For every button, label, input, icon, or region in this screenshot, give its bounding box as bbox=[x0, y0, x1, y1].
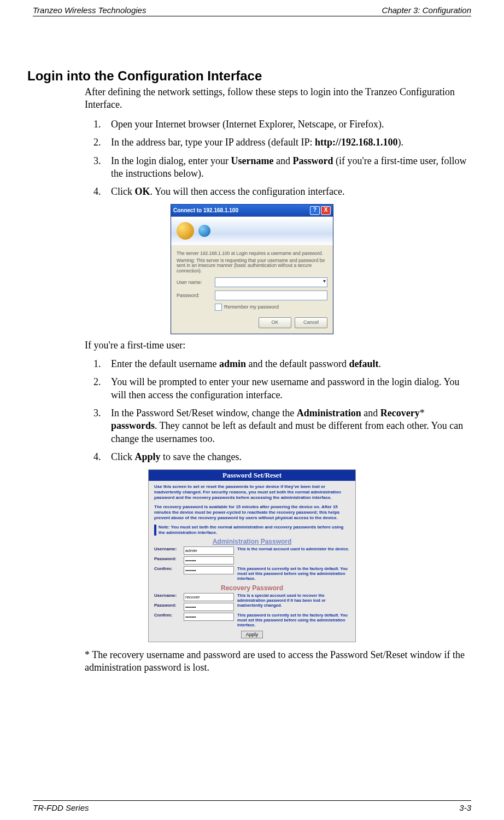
login-dialog: Connect to 192.168.1.100 ? X The server … bbox=[171, 204, 333, 334]
list-item: In the login dialog, enter your Username… bbox=[103, 155, 471, 181]
recovery-password-input[interactable]: ••••••• bbox=[184, 603, 234, 611]
pwreset-description: Use this screen to set or reset the pass… bbox=[154, 484, 350, 501]
username-label: Username: bbox=[154, 546, 184, 551]
list-item: Open your Internet browser (Internet Exp… bbox=[103, 118, 471, 131]
list-item: In the address bar, type your IP address… bbox=[103, 136, 471, 149]
password-label: Password: bbox=[154, 556, 184, 561]
list-item: In the Password Set/Reset window, change… bbox=[103, 407, 471, 445]
page-footer: TR-FDD Series 3-3 bbox=[33, 800, 471, 812]
dialog-titlebar: Connect to 192.168.1.100 ? X bbox=[171, 205, 333, 217]
pwreset-note: Note: You must set both the normal admin… bbox=[159, 525, 350, 536]
admin-username-input[interactable]: admin bbox=[184, 546, 234, 555]
apply-button[interactable]: Apply bbox=[241, 631, 263, 638]
dialog-message: The server 192.168.1.100 at Login requir… bbox=[177, 251, 327, 257]
header-left: Tranzeo Wireless Technologies bbox=[33, 5, 146, 15]
list-item: You will be prompted to enter your new u… bbox=[103, 376, 471, 402]
list-item: Click OK. You will then access the confi… bbox=[103, 185, 471, 198]
password-reset-dialog: Password Set/Reset Use this screen to se… bbox=[148, 469, 356, 642]
recovery-help-text: This password is currently set to the fa… bbox=[237, 613, 350, 627]
footer-right: 3-3 bbox=[459, 803, 471, 812]
close-icon[interactable]: X bbox=[321, 206, 331, 215]
list-item: Enter the default username admin and the… bbox=[103, 358, 471, 370]
pwreset-description: The recovery password is available for 1… bbox=[154, 504, 350, 521]
recovery-help-text: This is a special account used to recove… bbox=[237, 593, 350, 608]
password-input[interactable] bbox=[215, 290, 327, 300]
username-input[interactable] bbox=[215, 277, 327, 287]
help-icon[interactable]: ? bbox=[310, 206, 320, 215]
footer-left: TR-FDD Series bbox=[33, 803, 89, 812]
section-title: Login into the Configuration Interface bbox=[27, 68, 471, 84]
page-header: Tranzeo Wireless Technologies Chapter 3:… bbox=[33, 5, 471, 16]
remember-checkbox[interactable] bbox=[215, 304, 222, 311]
header-right: Chapter 3: Configuration bbox=[382, 5, 471, 15]
admin-password-heading: Administration Password bbox=[149, 538, 355, 545]
ok-button[interactable]: OK bbox=[259, 317, 291, 328]
dialog-banner bbox=[171, 217, 333, 245]
globe-icon bbox=[198, 225, 210, 237]
remember-label: Remember my password bbox=[224, 304, 279, 310]
keys-icon bbox=[177, 222, 194, 240]
confirm-label: Confirm: bbox=[154, 613, 184, 618]
dialog-title: Connect to 192.168.1.100 bbox=[173, 207, 309, 213]
recovery-username-input[interactable]: recover bbox=[184, 593, 234, 601]
intro-paragraph: After defining the network settings, fol… bbox=[85, 86, 471, 112]
admin-help-text: This is the normal account used to admin… bbox=[237, 546, 350, 551]
username-label: User name: bbox=[177, 280, 215, 285]
pwreset-title: Password Set/Reset bbox=[149, 470, 355, 481]
recovery-confirm-input[interactable]: ••••••• bbox=[184, 613, 234, 621]
password-label: Password: bbox=[177, 293, 215, 298]
first-time-user-heading: If you're a first-time user: bbox=[85, 340, 471, 351]
steps-list-2: Enter the default username admin and the… bbox=[85, 358, 471, 464]
steps-list-1: Open your Internet browser (Internet Exp… bbox=[85, 118, 471, 199]
list-item: Click Apply to save the changes. bbox=[103, 451, 471, 463]
admin-help-text: This password is currently set to the fa… bbox=[237, 566, 350, 581]
recovery-password-heading: Recovery Password bbox=[149, 584, 355, 592]
dialog-warning: Warning: This server is requesting that … bbox=[177, 258, 327, 274]
cancel-button[interactable]: Cancel bbox=[295, 317, 327, 328]
username-label: Username: bbox=[154, 593, 184, 598]
confirm-label: Confirm: bbox=[154, 566, 184, 571]
admin-confirm-input[interactable]: ••••••• bbox=[184, 566, 234, 574]
password-label: Password: bbox=[154, 603, 184, 608]
admin-password-input[interactable]: ••••••• bbox=[184, 556, 234, 565]
footnote: * The recovery username and password are… bbox=[85, 649, 471, 674]
